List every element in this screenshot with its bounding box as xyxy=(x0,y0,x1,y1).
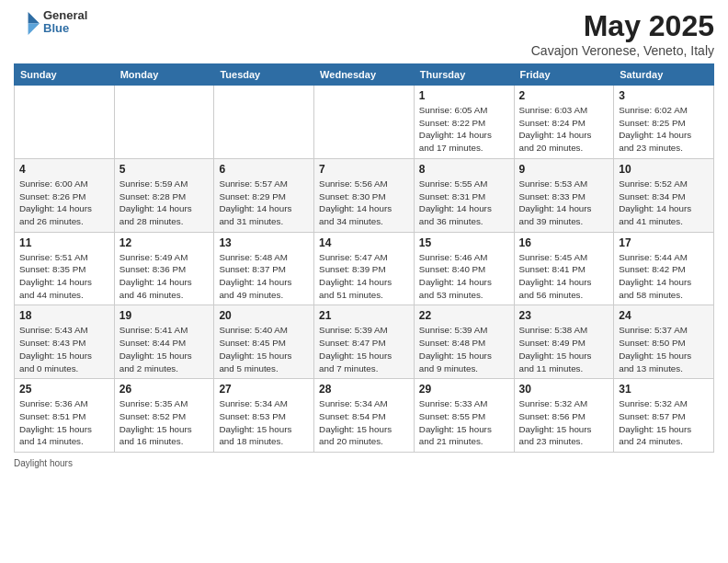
calendar-week-row: 1Sunrise: 6:05 AMSunset: 8:22 PMDaylight… xyxy=(15,86,714,159)
day-of-week-header: Monday xyxy=(114,64,214,86)
calendar-cell: 8Sunrise: 5:55 AMSunset: 8:31 PMDaylight… xyxy=(414,158,514,232)
calendar-cell: 21Sunrise: 5:39 AMSunset: 8:47 PMDayligh… xyxy=(314,305,415,379)
calendar-cell: 9Sunrise: 5:53 AMSunset: 8:33 PMDaylight… xyxy=(514,158,614,232)
calendar-cell: 6Sunrise: 5:57 AMSunset: 8:29 PMDaylight… xyxy=(214,158,314,232)
day-info: Sunrise: 5:32 AMSunset: 8:57 PMDaylight:… xyxy=(619,397,709,448)
calendar-cell: 17Sunrise: 5:44 AMSunset: 8:42 PMDayligh… xyxy=(614,232,714,305)
calendar-cell xyxy=(15,86,115,159)
calendar-cell xyxy=(214,86,314,159)
day-info: Sunrise: 5:37 AMSunset: 8:50 PMDaylight:… xyxy=(619,324,709,374)
calendar-cell: 13Sunrise: 5:48 AMSunset: 8:37 PMDayligh… xyxy=(214,232,314,305)
calendar-cell: 25Sunrise: 5:36 AMSunset: 8:51 PMDayligh… xyxy=(15,379,115,453)
calendar-cell: 30Sunrise: 5:32 AMSunset: 8:56 PMDayligh… xyxy=(514,379,614,453)
day-number: 11 xyxy=(19,236,109,249)
day-number: 16 xyxy=(519,236,609,249)
calendar-cell: 28Sunrise: 5:34 AMSunset: 8:54 PMDayligh… xyxy=(314,379,415,453)
calendar-cell: 10Sunrise: 5:52 AMSunset: 8:34 PMDayligh… xyxy=(614,158,714,232)
calendar-header-row: SundayMondayTuesdayWednesdayThursdayFrid… xyxy=(15,64,714,86)
calendar-cell: 4Sunrise: 6:00 AMSunset: 8:26 PMDaylight… xyxy=(15,158,115,232)
title-location: Cavajon Veronese, Veneto, Italy xyxy=(531,43,714,58)
day-of-week-header: Thursday xyxy=(414,64,514,86)
day-number: 24 xyxy=(619,309,709,322)
svg-marker-1 xyxy=(28,24,40,35)
day-number: 28 xyxy=(319,383,409,396)
calendar-cell: 14Sunrise: 5:47 AMSunset: 8:39 PMDayligh… xyxy=(314,232,415,305)
day-info: Sunrise: 5:40 AMSunset: 8:45 PMDaylight:… xyxy=(219,324,309,374)
calendar-cell xyxy=(114,86,214,159)
day-of-week-header: Sunday xyxy=(15,64,115,86)
day-info: Sunrise: 5:59 AMSunset: 8:28 PMDaylight:… xyxy=(119,178,210,228)
svg-marker-0 xyxy=(28,12,40,23)
day-info: Sunrise: 5:55 AMSunset: 8:31 PMDaylight:… xyxy=(419,178,509,228)
day-info: Sunrise: 5:33 AMSunset: 8:55 PMDaylight:… xyxy=(419,397,509,448)
day-number: 12 xyxy=(119,236,210,249)
day-of-week-header: Saturday xyxy=(614,64,714,86)
day-info: Sunrise: 6:05 AMSunset: 8:22 PMDaylight:… xyxy=(419,104,509,155)
day-info: Sunrise: 5:45 AMSunset: 8:41 PMDaylight:… xyxy=(519,251,609,302)
calendar-cell: 19Sunrise: 5:41 AMSunset: 8:44 PMDayligh… xyxy=(114,305,214,379)
calendar-cell: 23Sunrise: 5:38 AMSunset: 8:49 PMDayligh… xyxy=(514,305,614,379)
calendar-cell: 24Sunrise: 5:37 AMSunset: 8:50 PMDayligh… xyxy=(614,305,714,379)
day-info: Sunrise: 5:47 AMSunset: 8:39 PMDaylight:… xyxy=(319,251,409,302)
day-info: Sunrise: 6:00 AMSunset: 8:26 PMDaylight:… xyxy=(19,178,109,228)
day-info: Sunrise: 5:44 AMSunset: 8:42 PMDaylight:… xyxy=(619,251,709,302)
day-number: 22 xyxy=(419,309,509,322)
logo-icon xyxy=(14,9,40,35)
calendar-week-row: 4Sunrise: 6:00 AMSunset: 8:26 PMDaylight… xyxy=(15,158,714,232)
calendar-cell: 20Sunrise: 5:40 AMSunset: 8:45 PMDayligh… xyxy=(214,305,314,379)
day-number: 15 xyxy=(419,236,509,249)
day-of-week-header: Tuesday xyxy=(214,64,314,86)
logo-general: General xyxy=(43,9,87,22)
calendar-cell: 18Sunrise: 5:43 AMSunset: 8:43 PMDayligh… xyxy=(15,305,115,379)
day-number: 17 xyxy=(619,236,709,249)
day-info: Sunrise: 5:49 AMSunset: 8:36 PMDaylight:… xyxy=(119,251,210,302)
day-info: Sunrise: 5:34 AMSunset: 8:54 PMDaylight:… xyxy=(319,397,409,448)
header: General Blue May 2025 Cavajon Veronese, … xyxy=(14,9,714,58)
calendar-week-row: 18Sunrise: 5:43 AMSunset: 8:43 PMDayligh… xyxy=(15,305,714,379)
day-info: Sunrise: 5:38 AMSunset: 8:49 PMDaylight:… xyxy=(519,324,609,374)
day-info: Sunrise: 5:51 AMSunset: 8:35 PMDaylight:… xyxy=(19,251,109,302)
calendar-week-row: 25Sunrise: 5:36 AMSunset: 8:51 PMDayligh… xyxy=(15,379,714,453)
day-info: Sunrise: 5:48 AMSunset: 8:37 PMDaylight:… xyxy=(219,251,309,302)
calendar-cell: 16Sunrise: 5:45 AMSunset: 8:41 PMDayligh… xyxy=(514,232,614,305)
day-number: 25 xyxy=(19,383,109,396)
calendar-cell: 15Sunrise: 5:46 AMSunset: 8:40 PMDayligh… xyxy=(414,232,514,305)
day-number: 30 xyxy=(519,383,609,396)
calendar-table: SundayMondayTuesdayWednesdayThursdayFrid… xyxy=(14,63,714,453)
day-info: Sunrise: 5:46 AMSunset: 8:40 PMDaylight:… xyxy=(419,251,509,302)
day-info: Sunrise: 5:35 AMSunset: 8:52 PMDaylight:… xyxy=(119,397,210,448)
day-number: 31 xyxy=(619,383,709,396)
day-info: Sunrise: 6:02 AMSunset: 8:25 PMDaylight:… xyxy=(619,104,709,155)
day-number: 3 xyxy=(619,89,709,102)
day-number: 8 xyxy=(419,163,509,176)
title-month: May 2025 xyxy=(531,9,714,43)
calendar-week-row: 11Sunrise: 5:51 AMSunset: 8:35 PMDayligh… xyxy=(15,232,714,305)
day-number: 29 xyxy=(419,383,509,396)
day-info: Sunrise: 5:52 AMSunset: 8:34 PMDaylight:… xyxy=(619,178,709,228)
day-info: Sunrise: 5:43 AMSunset: 8:43 PMDaylight:… xyxy=(19,324,109,374)
day-of-week-header: Wednesday xyxy=(314,64,415,86)
calendar-cell: 26Sunrise: 5:35 AMSunset: 8:52 PMDayligh… xyxy=(114,379,214,453)
day-info: Sunrise: 6:03 AMSunset: 8:24 PMDaylight:… xyxy=(519,104,609,155)
day-number: 13 xyxy=(219,236,309,249)
day-number: 14 xyxy=(319,236,409,249)
day-number: 1 xyxy=(419,89,509,102)
page: General Blue May 2025 Cavajon Veronese, … xyxy=(0,0,728,477)
day-number: 23 xyxy=(519,309,609,322)
logo-text: General Blue xyxy=(43,9,87,36)
day-info: Sunrise: 5:57 AMSunset: 8:29 PMDaylight:… xyxy=(219,178,309,228)
day-number: 10 xyxy=(619,163,709,176)
day-info: Sunrise: 5:41 AMSunset: 8:44 PMDaylight:… xyxy=(119,324,210,374)
day-info: Sunrise: 5:53 AMSunset: 8:33 PMDaylight:… xyxy=(519,178,609,228)
day-number: 5 xyxy=(119,163,210,176)
day-number: 2 xyxy=(519,89,609,102)
calendar-cell: 27Sunrise: 5:34 AMSunset: 8:53 PMDayligh… xyxy=(214,379,314,453)
calendar-cell: 31Sunrise: 5:32 AMSunset: 8:57 PMDayligh… xyxy=(614,379,714,453)
calendar-cell: 1Sunrise: 6:05 AMSunset: 8:22 PMDaylight… xyxy=(414,86,514,159)
day-info: Sunrise: 5:56 AMSunset: 8:30 PMDaylight:… xyxy=(319,178,409,228)
footer-note: Daylight hours xyxy=(14,458,714,468)
day-info: Sunrise: 5:39 AMSunset: 8:48 PMDaylight:… xyxy=(419,324,509,374)
day-number: 6 xyxy=(219,163,309,176)
calendar-cell: 7Sunrise: 5:56 AMSunset: 8:30 PMDaylight… xyxy=(314,158,415,232)
daylight-label: Daylight hours xyxy=(14,458,73,468)
